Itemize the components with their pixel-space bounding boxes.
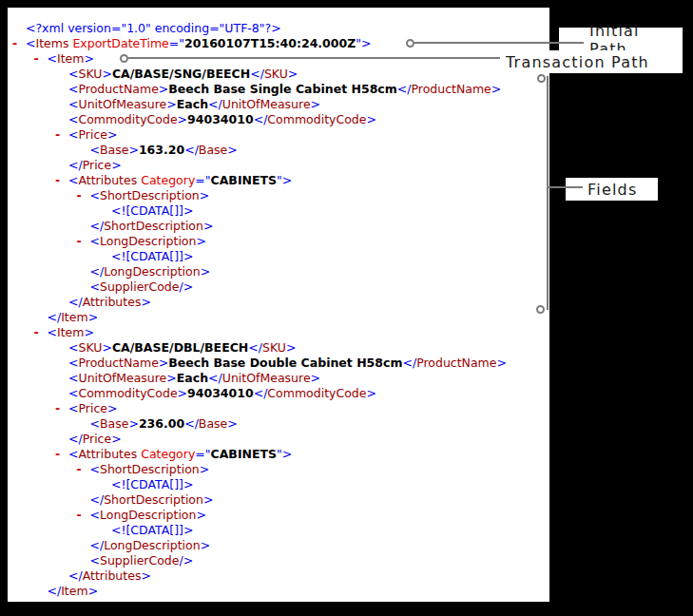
xml-punctuation: < — [90, 188, 100, 202]
xml-element-name: Base — [199, 143, 227, 157]
xml-punctuation: </ — [48, 310, 62, 324]
xml-line: </Price> — [8, 432, 549, 447]
xml-element-name: Item — [61, 584, 87, 598]
xml-line: <Base>236.00</Base> — [8, 416, 549, 432]
xml-element-name: UnitOfMeasure — [78, 371, 166, 385]
xml-line: -<Item> — [8, 51, 549, 67]
xml-punctuation: < — [90, 279, 100, 294]
xml-element-name: SupplierCode — [100, 279, 180, 294]
xml-element-name: SKU — [264, 67, 288, 81]
xml-text-value: Beech Base Double Cabinet H58cm — [168, 356, 402, 370]
xml-punctuation: </ — [68, 158, 83, 172]
xml-punctuation: > — [496, 356, 506, 370]
xml-element-name: SKU — [78, 340, 102, 355]
xml-element-name: ProductName — [78, 356, 158, 370]
xml-element-name: SupplierCode — [100, 553, 180, 568]
xml-punctuation: < — [90, 553, 100, 568]
xml-punctuation: > — [196, 234, 205, 248]
xml-element-name: SKU — [262, 340, 286, 355]
xml-punctuation: > — [201, 264, 210, 279]
xml-element-name: UnitOfMeasure — [222, 371, 311, 385]
fields-label-text: Fields — [587, 181, 637, 199]
collapse-marker[interactable]: - — [77, 188, 82, 203]
xml-element-name: CommodityCode — [78, 112, 177, 126]
collapse-marker[interactable]: - — [77, 234, 82, 249]
xml-punctuation: < — [90, 416, 100, 431]
xml-punctuation: > — [227, 416, 237, 431]
xml-document-panel: <?xml version="1.0" encoding="UTF-8"?>-<… — [8, 8, 549, 602]
collapse-marker[interactable]: - — [12, 36, 17, 51]
xml-punctuation: </ — [254, 386, 268, 400]
xml-punctuation: < — [68, 386, 78, 400]
xml-punctuation: </ — [90, 264, 105, 279]
xml-line: <UnitOfMeasure>Each</UnitOfMeasure> — [8, 371, 549, 386]
xml-element-name: Attributes — [83, 295, 142, 309]
collapse-marker[interactable]: - — [77, 508, 82, 523]
xml-text-value: 163.20 — [139, 143, 184, 157]
fields-bottom-anchor-circle — [536, 305, 545, 314]
xml-punctuation: "> — [277, 447, 292, 461]
xml-punctuation: /> — [180, 279, 194, 294]
xml-punctuation: <![CDATA[]]> — [111, 203, 193, 218]
xml-punctuation: </ — [250, 67, 264, 81]
xml-element-name: LongDescription — [100, 508, 196, 522]
xml-element-name: CommodityCode — [267, 112, 366, 126]
xml-line: </Item> — [8, 310, 549, 325]
fields-label: Fields — [566, 178, 658, 201]
collapse-marker[interactable]: - — [55, 447, 60, 462]
fields-connector-line — [548, 186, 583, 188]
xml-line: <SupplierCode/> — [8, 279, 549, 295]
xml-line: <![CDATA[]]> — [8, 523, 549, 538]
xml-punctuation: > — [107, 127, 117, 142]
xml-element-name: UnitOfMeasure — [222, 97, 311, 111]
xml-punctuation: =" — [195, 173, 210, 187]
xml-punctuation: < — [90, 508, 100, 522]
xml-punctuation: > — [196, 508, 205, 522]
xml-line: <![CDATA[]]> — [8, 477, 549, 492]
xml-line: <?xml version="1.0" encoding="UTF-8"?> — [8, 21, 549, 36]
collapse-marker[interactable]: - — [55, 127, 60, 143]
transaction-path-connector-line — [128, 57, 500, 59]
xml-element-name: LongDescription — [104, 264, 200, 279]
xml-punctuation: > — [366, 386, 375, 400]
xml-element-name: SKU — [78, 67, 102, 81]
xml-punctuation: > — [128, 143, 138, 157]
xml-line: -<LongDescription> — [8, 234, 549, 249]
xml-punctuation: < — [26, 36, 35, 50]
xml-punctuation: < — [68, 127, 78, 142]
xml-line: <CommodityCode>94034010</CommodityCode> — [8, 386, 549, 401]
xml-line: -<Price> — [8, 127, 549, 143]
xml-line: </Attributes> — [8, 568, 549, 584]
xml-line: -<Item> — [8, 325, 549, 340]
xml-punctuation: </ — [208, 371, 222, 385]
xml-punctuation: < — [68, 371, 78, 385]
xml-line: </Attributes> — [8, 295, 549, 310]
xml-element-name: Attributes — [78, 447, 137, 461]
xml-text-value: Each — [177, 97, 208, 111]
xml-punctuation: </ — [90, 492, 105, 507]
collapse-marker[interactable]: - — [34, 325, 39, 340]
xml-text-value: CABINETS — [211, 447, 278, 461]
collapse-marker[interactable]: - — [55, 173, 60, 188]
xml-line: -<Attributes Category="CABINETS"> — [8, 173, 549, 188]
collapse-marker[interactable]: - — [77, 462, 82, 477]
xml-punctuation: > — [203, 492, 213, 507]
xml-attribute-name: ExportDateTime — [68, 36, 168, 50]
xml-text-value: 236.00 — [139, 416, 184, 431]
xml-line: <![CDATA[]]> — [8, 203, 549, 219]
transaction-path-label-text: Transaction Path — [506, 53, 649, 71]
xml-element-name: ProductName — [411, 82, 491, 96]
xml-line: <UnitOfMeasure>Each</UnitOfMeasure> — [8, 97, 549, 112]
xml-punctuation: > — [311, 371, 320, 385]
xml-line: -<ShortDescription> — [8, 188, 549, 203]
xml-line: <SKU>CA/BASE/SNG/BEECH</SKU> — [8, 67, 549, 82]
xml-text-value: 94034010 — [187, 386, 254, 400]
collapse-marker[interactable]: - — [55, 401, 60, 416]
xml-punctuation: < — [68, 112, 78, 126]
collapse-marker[interactable]: - — [34, 51, 39, 67]
xml-element-name: ShortDescription — [104, 492, 203, 507]
xml-punctuation: "> — [356, 36, 371, 50]
xml-punctuation: < — [68, 401, 78, 415]
xml-text-value: CA/BASE/SNG/BEECH — [112, 67, 250, 81]
xml-punctuation: > — [178, 386, 187, 400]
